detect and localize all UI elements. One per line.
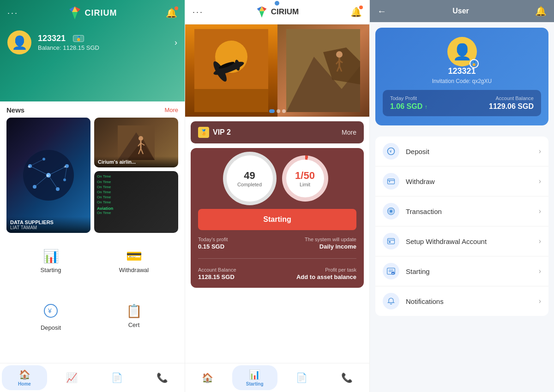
svg-point-14 (56, 187, 60, 191)
cirium-logo-text: CIRIUM (85, 8, 117, 18)
news-section: News More (0, 101, 185, 236)
right-bell-icon[interactable]: 🔔 (535, 6, 547, 17)
left-panel: ··· CIRIUM 🔔 👤 123321 (0, 0, 185, 392)
limit-label: Limit (300, 182, 310, 187)
mid-logo-icon (255, 6, 268, 18)
starting-chevron-icon: › (539, 267, 541, 275)
dots-menu[interactable]: ··· (7, 8, 18, 18)
bottom-menu-grid: 📊 Starting 💳 Withdrawal ¥ Deposit 📋 Cert (0, 236, 185, 363)
setup-menu-icon (383, 233, 399, 249)
news-header: News More (6, 106, 178, 114)
mid-tab-starting[interactable]: 📊 Starting (232, 365, 277, 390)
menu-item-deposit[interactable]: ¥ Deposit › (375, 137, 548, 166)
setup-chevron-icon: › (539, 237, 541, 245)
deposit-menu-label: Deposit (406, 148, 539, 155)
carousel-dot-3 (282, 109, 286, 113)
mid-tab-bar: 🏠 📊 Starting 📄 📞 (185, 363, 369, 392)
svg-text:✈: ✈ (28, 165, 30, 168)
mid-logo-text: CIRIUM (271, 7, 299, 17)
user-card-avatar: 👤 🏅 123321 Invitation Code: qx2gXU (383, 37, 541, 84)
svg-point-16 (42, 158, 45, 160)
user-card-avatar-icon: 👤 (452, 42, 472, 61)
vip-more-btn[interactable]: More (342, 129, 356, 136)
svg-point-15 (33, 185, 36, 189)
svg-point-24 (138, 136, 143, 141)
menu-starting[interactable]: 📊 Starting (9, 243, 92, 298)
tab-home[interactable]: 🏠 Home (2, 365, 47, 390)
today-profit-col: Today Profit 1.06 SGD ↑ (390, 95, 462, 111)
left-top-bar: ··· CIRIUM 🔔 (0, 0, 185, 26)
deposit-chevron-icon: › (539, 147, 541, 155)
menu-withdrawal[interactable]: 💳 Withdrawal (92, 243, 175, 298)
limit-num: 1/50 (295, 170, 315, 182)
carousel-plane (185, 24, 277, 117)
left-tab-bar: 🏠 Home 📈 📄 📞 (0, 363, 185, 392)
bell-btn[interactable]: 🔔 (166, 7, 177, 18)
transaction-chevron-icon: › (539, 207, 541, 215)
user-id: 123321 (38, 34, 66, 43)
news-item-large[interactable]: ✈ ✈ ✈ DATA SUPPLIERS LIAT TAMAM (6, 118, 90, 233)
news-item-hiker[interactable]: Cirium's airlin... (94, 118, 178, 167)
carousel-dot-2 (277, 109, 280, 113)
menu-item-withdraw[interactable]: Withdraw › (375, 166, 548, 196)
right-panel-title: User (452, 7, 469, 15)
tab-chart[interactable]: 📈 (49, 363, 94, 392)
system-label: The system will update (280, 237, 357, 242)
system-stat: The system will update Daily income (280, 237, 357, 250)
news-cirium-text: Cirium's airlin... (98, 159, 175, 165)
news-more-btn[interactable]: More (164, 107, 178, 113)
menu-starting-label: Starting (41, 267, 61, 273)
tab-phone[interactable]: 📞 (139, 363, 185, 392)
back-button[interactable]: ← (377, 6, 386, 17)
cirium-logo: CIRIUM (67, 6, 117, 20)
menu-item-transaction[interactable]: Transaction › (375, 196, 548, 226)
circle-top-dot (275, 1, 279, 6)
limit-ring: 1/50 Limit (282, 155, 328, 202)
starting-menu-icon: ▶ (383, 263, 399, 279)
menu-item-setup-withdrawal[interactable]: Setup Withdrawal Account › (375, 226, 548, 256)
tab-doc[interactable]: 📄 (94, 363, 139, 392)
carousel-dots (269, 109, 286, 113)
vip-badge-icon: 🏅 (198, 127, 209, 138)
user-card-avatar-wrapper: 👤 🏅 (447, 37, 477, 66)
withdraw-chevron-icon: › (539, 177, 541, 185)
news-item-schedule[interactable]: On TimeOn TimeOn TimeOn TimeOn TimeOn Ti… (94, 171, 178, 233)
mid-panel: ··· CIRIUM 🔔 (185, 0, 369, 392)
mid-tab-doc[interactable]: 📄 (279, 363, 325, 392)
today-profit-label: Today's profit (198, 237, 275, 242)
svg-point-17 (63, 178, 66, 181)
mid-bell-btn[interactable]: 🔔 (350, 6, 362, 18)
cert-icon: 📋 (126, 303, 142, 319)
svg-rect-42 (194, 89, 268, 112)
withdraw-menu-icon (383, 173, 399, 190)
menu-deposit[interactable]: ¥ Deposit (9, 298, 92, 356)
profit-arrow-icon: ↑ (425, 104, 428, 110)
mid-tab-phone[interactable]: 📞 (324, 363, 369, 392)
tasks-circles: 49 Completed 1/50 Limit (198, 155, 356, 202)
svg-text:✈: ✈ (46, 174, 49, 178)
right-panel: ← User 🔔 👤 🏅 123321 Invitation Code: qx2… (369, 0, 554, 392)
completed-ring: 49 Completed (227, 155, 273, 202)
vip-bar[interactable]: 🏅 VIP 2 More (191, 121, 364, 143)
menu-item-notifications[interactable]: Notifications › (375, 286, 548, 316)
starting-menu-label: Starting (406, 267, 539, 275)
today-profit-col-value: 1.06 SGD ↑ (390, 102, 462, 111)
carousel-hiker (277, 24, 370, 117)
mid-tab-home[interactable]: 🏠 (185, 363, 230, 392)
vip-level: VIP 2 (213, 128, 231, 137)
user-profile-card: 👤 🏅 123321 Invitation Code: qx2gXU Today… (375, 28, 548, 125)
completed-label: Completed (237, 182, 262, 187)
start-button[interactable]: Starting (198, 209, 356, 230)
user-card-invite: Invitation Code: qx2gXU (432, 78, 492, 84)
menu-cert[interactable]: 📋 Cert (92, 298, 175, 356)
mid-dots-menu[interactable]: ··· (193, 7, 204, 17)
svg-rect-61 (389, 241, 391, 243)
menu-item-starting[interactable]: ▶ Starting › (375, 256, 548, 286)
vip-badge: 🏅 (73, 35, 84, 42)
chevron-right-icon[interactable]: › (175, 38, 177, 48)
user-details: 123321 🏅 Balance: 1128.15 SGD (38, 34, 99, 51)
vip-left: 🏅 VIP 2 (198, 127, 231, 138)
svg-point-57 (390, 210, 392, 213)
user-balance: Balance: 1128.15 SGD (38, 44, 99, 51)
rock-hiker-icon (286, 29, 360, 112)
